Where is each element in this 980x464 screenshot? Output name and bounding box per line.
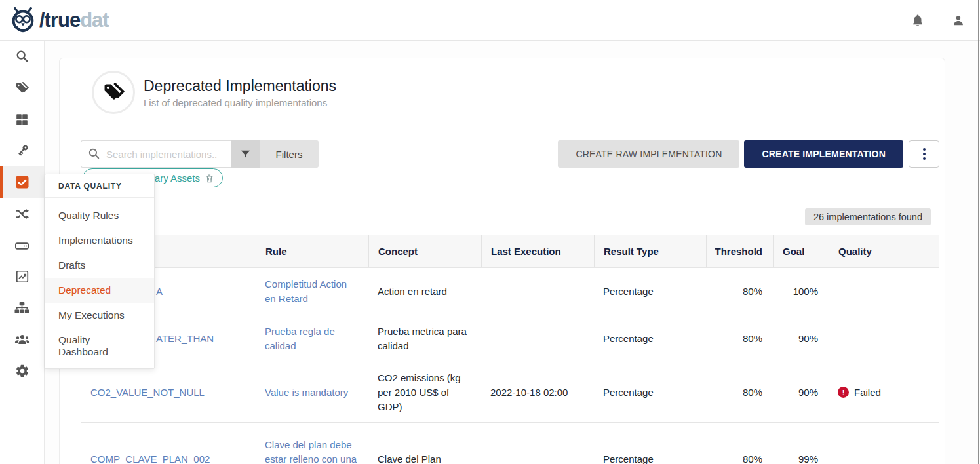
rule-link[interactable]: Completitud Action en Retard: [265, 277, 359, 306]
table-row: ATER_THANPrueba regla de calidadPrueba m…: [81, 315, 939, 362]
last-execution-cell: [481, 268, 594, 315]
menu-item-quality-dashboard[interactable]: Quality Dashboard: [45, 328, 154, 364]
page-header: Deprecated Implementations List of depre…: [92, 66, 939, 119]
user-account-icon[interactable]: [951, 13, 966, 28]
grid-icon: [15, 113, 29, 126]
column-header-goal[interactable]: Goal: [773, 235, 829, 267]
search-implementations-input[interactable]: [81, 140, 231, 168]
rule-cell: Value is mandatory: [256, 362, 368, 422]
sidebar-item-access[interactable]: [0, 135, 44, 166]
sidebar-item-data-sources[interactable]: [0, 229, 44, 261]
rule-cell: Prueba regla de calidad: [256, 315, 368, 362]
goal-cell: 100%: [773, 268, 829, 315]
key-icon: [15, 144, 29, 158]
toolbar: Filters CREATE RAW IMPLEMENTATION CREATE…: [81, 140, 939, 168]
rule-cell: Clave del plan debe estar relleno con un…: [256, 423, 368, 464]
concept-cell: Action en retard: [368, 268, 481, 315]
last-execution-cell: [481, 315, 594, 362]
column-header-rule[interactable]: Rule: [256, 235, 368, 267]
sidebar-item-users[interactable]: [0, 324, 44, 355]
concept-cell: Clave del Plan: [368, 423, 481, 464]
logo-text: /truedat: [39, 9, 109, 32]
sidebar-item-settings[interactable]: [0, 355, 44, 387]
implementation-cell: CO2_VALUE_NOT_NULL: [81, 362, 256, 422]
menu-item-my-executions[interactable]: My Executions: [45, 303, 154, 328]
column-header-result-type[interactable]: Result Type: [594, 235, 706, 267]
threshold-cell: 80%: [706, 362, 773, 422]
create-implementation-button[interactable]: CREATE IMPLEMENTATION: [744, 140, 903, 168]
rule-cell: Completitud Action en Retard: [256, 268, 368, 315]
rule-link[interactable]: Value is mandatory: [265, 385, 348, 400]
quality-cell: [829, 315, 939, 362]
quality-cell: [829, 268, 939, 315]
users-icon: [14, 332, 30, 347]
failed-status-icon: !: [838, 387, 849, 398]
rule-link[interactable]: Clave del plan debe estar relleno con un…: [265, 438, 359, 464]
sidebar-item-structures[interactable]: [0, 292, 44, 324]
flyout-menu-title: DATA QUALITY: [45, 174, 154, 198]
quality-status-text: Failed: [854, 385, 881, 400]
check-square-icon: [14, 174, 30, 190]
goal-cell: 99%: [773, 423, 829, 464]
search-icon: [15, 49, 29, 64]
sidebar-item-data-quality[interactable]: [0, 166, 44, 198]
implementations-table: RuleConceptLast ExecutionResult TypeThre…: [81, 235, 939, 464]
result-type-cell: Percentage: [594, 268, 706, 315]
column-header-quality[interactable]: Quality: [829, 235, 939, 267]
threshold-cell: 80%: [706, 315, 773, 362]
chart-line-icon: [15, 269, 29, 284]
sitemap-icon: [14, 301, 29, 316]
goal-cell: 90%: [773, 315, 829, 362]
page-scrollbar-thumb[interactable]: [978, 0, 979, 464]
menu-item-implementations[interactable]: Implementations: [45, 228, 154, 253]
column-header-concept[interactable]: Concept: [368, 235, 481, 267]
menu-item-quality-rules[interactable]: Quality Rules: [45, 203, 154, 228]
funnel-icon: [240, 149, 251, 160]
concept-cell: CO2 emissions (kg per 2010 US$ of GDP): [368, 362, 481, 422]
goal-cell: 90%: [773, 362, 829, 422]
more-actions-kebab-button[interactable]: [909, 140, 939, 168]
sidebar-item-dashboards[interactable]: [0, 261, 44, 292]
filters-button[interactable]: Filters: [260, 140, 319, 168]
concept-cell: Prueba metrica para calidad: [368, 315, 481, 362]
flyout-menu-items: Quality RulesImplementationsDraftsDeprec…: [45, 198, 154, 364]
result-type-cell: Percentage: [594, 423, 706, 464]
menu-item-deprecated[interactable]: Deprecated: [45, 278, 154, 303]
results-count-badge: 26 implementations found: [805, 208, 931, 225]
table-row: CO2_VALUE_NOT_NULLValue is mandatoryCO2 …: [81, 362, 939, 423]
result-type-cell: Percentage: [594, 315, 706, 362]
threshold-cell: 80%: [706, 268, 773, 315]
sidebar-item-search[interactable]: [0, 41, 44, 72]
deprecated-tags-badge-icon: [92, 71, 135, 114]
create-raw-implementation-button[interactable]: CREATE RAW IMPLEMENTATION: [558, 140, 739, 168]
main-content: Deprecated Implementations List of depre…: [45, 41, 980, 464]
column-header-last-execution[interactable]: Last Execution: [481, 235, 594, 267]
implementation-link[interactable]: CO2_VALUE_NOT_NULL: [90, 385, 205, 400]
table-header-row: RuleConceptLast ExecutionResult TypeThre…: [81, 235, 939, 268]
drive-icon: [14, 238, 29, 253]
last-execution-cell: [481, 423, 594, 464]
implementation-link[interactable]: COMP_CLAVE_PLAN_002: [90, 452, 210, 464]
menu-item-drafts[interactable]: Drafts: [45, 253, 154, 278]
left-sidebar: [0, 41, 45, 464]
notifications-bell-icon[interactable]: [911, 13, 925, 28]
table-row: COMP_CLAVE_PLAN_002Clave del plan debe e…: [81, 423, 939, 464]
threshold-cell: 80%: [706, 423, 773, 464]
result-type-cell: Percentage: [594, 362, 706, 422]
filter-funnel-button[interactable]: [231, 140, 260, 168]
rule-link[interactable]: Prueba regla de calidad: [265, 324, 359, 353]
trash-icon[interactable]: [205, 173, 214, 184]
sidebar-item-lineage[interactable]: [0, 198, 44, 229]
column-header-threshold[interactable]: Threshold: [706, 235, 773, 267]
truedat-logo[interactable]: /truedat: [9, 7, 109, 33]
quality-cell: !Failed: [829, 362, 939, 422]
sidebar-item-glossary[interactable]: [0, 72, 44, 104]
tags-icon: [14, 81, 29, 96]
deprecated-implementations-card: Deprecated Implementations List of depre…: [59, 58, 945, 464]
top-bar: /truedat: [0, 0, 980, 41]
sidebar-item-catalog[interactable]: [0, 104, 44, 135]
shuffle-icon: [14, 206, 29, 222]
data-quality-flyout-menu: DATA QUALITY Quality RulesImplementation…: [45, 174, 155, 369]
page-title: Deprecated Implementations: [144, 77, 336, 95]
page-subtitle: List of deprecated quality implementatio…: [144, 97, 336, 108]
